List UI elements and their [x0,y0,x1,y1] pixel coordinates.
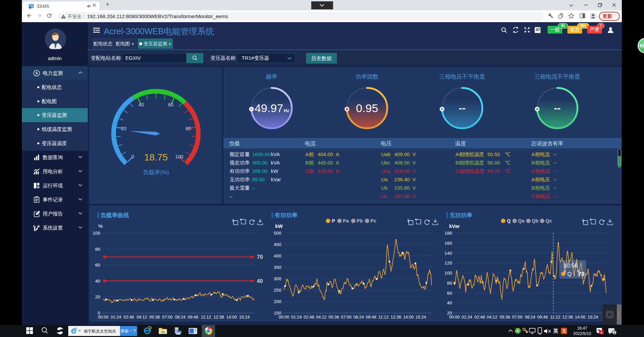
svg-text:文: 文 [538,28,541,31]
svg-text:2: 2 [613,331,615,335]
svg-text:4: 4 [601,331,603,334]
